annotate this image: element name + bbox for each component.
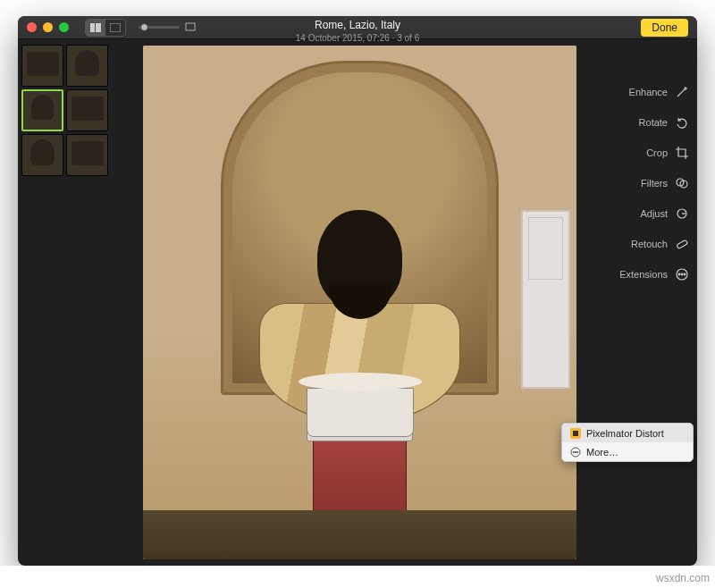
- svg-rect-7: [677, 239, 688, 248]
- single-view-icon[interactable]: [105, 20, 125, 36]
- zoom-slider[interactable]: [139, 21, 196, 34]
- adjust-tool[interactable]: Adjust: [640, 206, 690, 222]
- crop-tool[interactable]: Crop: [646, 145, 690, 161]
- more-icon: [674, 266, 690, 282]
- filters-tool[interactable]: Filters: [641, 175, 690, 191]
- pixelmator-icon: [569, 427, 581, 439]
- extension-label-1: More…: [586, 447, 618, 458]
- svg-rect-2: [110, 23, 121, 32]
- enhance-label: Enhance: [629, 87, 668, 97]
- photos-edit-window: Rome, Lazio, Italy 14 October 2015, 07:2…: [18, 16, 697, 566]
- filters-label: Filters: [641, 178, 668, 189]
- extension-more[interactable]: More…: [562, 442, 693, 461]
- main-photo[interactable]: [143, 46, 576, 559]
- thumbnail-3[interactable]: [21, 89, 63, 131]
- svg-point-10: [681, 273, 683, 275]
- more-inline-icon: [569, 446, 581, 458]
- zoom-button[interactable]: [59, 22, 69, 32]
- slider-knob[interactable]: [140, 23, 148, 31]
- thumbnail-4[interactable]: [66, 89, 108, 131]
- slider-track[interactable]: [139, 26, 180, 29]
- retouch-label: Retouch: [631, 239, 668, 249]
- svg-point-11: [684, 273, 686, 275]
- svg-rect-13: [573, 431, 578, 436]
- extension-pixelmator-distort[interactable]: Pixelmator Distort: [562, 424, 693, 442]
- fullscreen-icon[interactable]: [185, 21, 196, 34]
- enhance-tool[interactable]: Enhance: [629, 84, 690, 100]
- svg-rect-0: [90, 23, 95, 32]
- view-mode-segment[interactable]: [85, 19, 126, 37]
- retouch-tool[interactable]: Retouch: [631, 236, 690, 252]
- extensions-tool[interactable]: Extensions: [619, 266, 690, 282]
- crop-icon: [674, 145, 690, 161]
- thumbnail-6[interactable]: [66, 134, 108, 176]
- thumbnail-strip: [18, 39, 112, 566]
- rotate-label: Rotate: [639, 117, 668, 128]
- thumbnail-1[interactable]: [21, 45, 63, 87]
- svg-point-15: [573, 451, 574, 452]
- done-button[interactable]: Done: [641, 19, 688, 37]
- adjust-icon: [674, 206, 690, 222]
- extensions-label: Extensions: [619, 269, 668, 280]
- crop-label: Crop: [646, 147, 668, 158]
- editor-body: Enhance Rotate Crop Filters: [18, 39, 697, 566]
- bandage-icon: [674, 236, 690, 252]
- main-image-area: [112, 39, 608, 566]
- adjust-label: Adjust: [640, 208, 668, 219]
- close-button[interactable]: [27, 22, 37, 32]
- svg-point-17: [576, 451, 577, 452]
- thumbnail-2[interactable]: [66, 45, 108, 87]
- extensions-dropdown: Pixelmator Distort More…: [561, 423, 694, 462]
- extension-label-0: Pixelmator Distort: [586, 428, 664, 439]
- filters-icon: [674, 175, 690, 191]
- svg-rect-1: [96, 23, 101, 32]
- rotate-tool[interactable]: Rotate: [639, 114, 690, 130]
- svg-rect-3: [186, 23, 195, 30]
- wand-icon: [674, 84, 690, 100]
- thumbnails-view-icon[interactable]: [86, 20, 105, 36]
- titlebar: Rome, Lazio, Italy 14 October 2015, 07:2…: [18, 16, 697, 39]
- svg-point-9: [678, 273, 680, 275]
- rotate-icon: [674, 114, 690, 130]
- svg-point-16: [575, 451, 576, 452]
- thumbnail-5[interactable]: [21, 134, 63, 176]
- window-controls: [27, 22, 69, 32]
- edit-tools: Enhance Rotate Crop Filters: [608, 39, 697, 566]
- minimize-button[interactable]: [43, 22, 53, 32]
